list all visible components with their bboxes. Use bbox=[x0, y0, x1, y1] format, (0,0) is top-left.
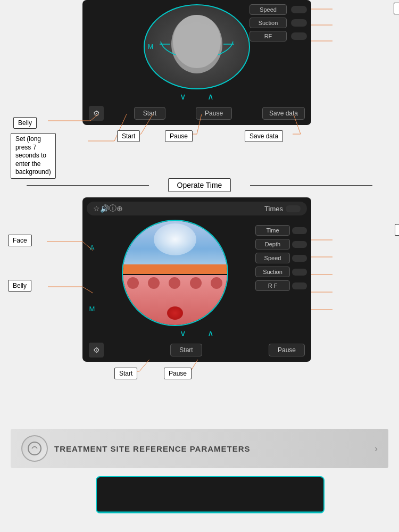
divider-1 bbox=[0, 162, 399, 178]
plus-circle-icon[interactable]: ⊕ bbox=[117, 204, 123, 213]
operate-time-section: Operate Time bbox=[11, 178, 388, 192]
star-icon[interactable]: ☆ bbox=[93, 204, 100, 213]
rf-toggle-bottom[interactable] bbox=[292, 282, 307, 289]
treatment-icon bbox=[21, 435, 48, 462]
svg-point-1 bbox=[173, 15, 221, 68]
ann-rf-right: RF bbox=[395, 224, 399, 236]
depth-btn[interactable]: Depth bbox=[255, 239, 290, 250]
time-ctrl-row: Time bbox=[255, 225, 307, 236]
pause-btn-bottom[interactable]: Pause bbox=[269, 344, 305, 356]
speed-toggle-bottom[interactable] bbox=[292, 255, 307, 262]
vis-orange-bar bbox=[123, 264, 227, 274]
svg-line-27 bbox=[139, 360, 152, 371]
side-label-m-top: M bbox=[148, 43, 153, 51]
depth-toggle[interactable] bbox=[292, 241, 307, 248]
speed-ctrl-row: Speed bbox=[255, 253, 307, 263]
bump-3 bbox=[169, 277, 180, 289]
operate-time-box: Operate Time bbox=[168, 178, 231, 192]
middle-section: Operate Time ☆ 🔊 ⓘ ⊕ Times A M bbox=[0, 178, 399, 397]
treatment-section: TREATMENT SITE REFERENCE PARAMETERS › bbox=[0, 429, 399, 468]
svg-line-14 bbox=[197, 114, 202, 134]
speed-btn-bottom[interactable]: Speed bbox=[255, 253, 290, 263]
bottom-device-panel bbox=[96, 476, 325, 513]
vis-bumps bbox=[123, 277, 227, 289]
vis-white-blob bbox=[154, 223, 196, 255]
ann-lines-bottom-top bbox=[0, 114, 399, 162]
side-letters: A M bbox=[87, 220, 97, 326]
time-toggle[interactable] bbox=[292, 227, 307, 234]
letter-a: A bbox=[90, 244, 95, 252]
right-controls-bottom: Time Depth Speed Suction bbox=[255, 225, 307, 326]
svg-line-8 bbox=[90, 114, 117, 121]
rf-btn-bottom[interactable]: R F bbox=[255, 280, 290, 291]
teal-bottom-line bbox=[97, 511, 323, 512]
rf-toggle-top[interactable] bbox=[291, 32, 307, 40]
ann-rf-top: RF bbox=[394, 3, 399, 14]
time-btn[interactable]: Time bbox=[255, 225, 290, 236]
info-icon[interactable]: ⓘ bbox=[109, 204, 117, 213]
bump-5 bbox=[211, 277, 222, 289]
start-btn-bottom[interactable]: Start bbox=[170, 344, 202, 356]
times-toggle[interactable] bbox=[286, 205, 301, 212]
suction-ctrl-row: Suction bbox=[255, 267, 307, 277]
speed-btn-top[interactable]: Speed bbox=[250, 4, 287, 15]
svg-point-30 bbox=[28, 442, 41, 455]
depth-ctrl-row: Depth bbox=[255, 239, 307, 250]
circle-visualization bbox=[122, 220, 228, 326]
suction-toggle-top[interactable] bbox=[291, 19, 307, 27]
letter-m: M bbox=[89, 305, 95, 313]
treatment-circle-svg bbox=[27, 440, 43, 456]
suction-btn-bottom[interactable]: Suction bbox=[255, 267, 290, 277]
bottom-bar-bottom: ⚙ Start Pause bbox=[87, 343, 307, 358]
chevron-up-bottom[interactable]: ∧ bbox=[207, 328, 214, 338]
rf-btn-top[interactable]: RF bbox=[250, 31, 287, 41]
chevron-down-bottom[interactable]: ∨ bbox=[180, 328, 186, 338]
svg-line-16 bbox=[293, 114, 301, 134]
top-icons-row: ☆ 🔊 ⓘ ⊕ Times bbox=[87, 202, 307, 215]
chevron-row-bottom: ∨ ∧ bbox=[87, 328, 307, 338]
face-visualization bbox=[160, 12, 234, 81]
rf-ctrl-row: R F bbox=[255, 280, 307, 291]
suction-toggle-bottom[interactable] bbox=[292, 269, 307, 276]
volume-icon[interactable]: 🔊 bbox=[100, 204, 109, 213]
svg-line-12 bbox=[141, 114, 154, 134]
times-label: Times bbox=[264, 205, 283, 213]
chevron-down-top[interactable]: ∨ bbox=[180, 92, 186, 102]
bump-2 bbox=[148, 277, 160, 289]
svg-line-29 bbox=[190, 360, 200, 371]
treatment-text: TREATMENT SITE REFERENCE PARAMETERS bbox=[54, 444, 251, 453]
bump-1 bbox=[127, 277, 139, 289]
vis-red-blob bbox=[167, 306, 183, 320]
ann-lines-start-pause bbox=[0, 360, 399, 397]
device-panel-bottom: ☆ 🔊 ⓘ ⊕ Times A M bbox=[82, 197, 311, 362]
top-section: M Speed Suction RF ∨ bbox=[0, 0, 399, 162]
chevron-row-top: ∨ ∧ bbox=[87, 92, 307, 102]
treatment-banner: TREATMENT SITE REFERENCE PARAMETERS › bbox=[11, 429, 388, 468]
treatment-arrow-icon: › bbox=[375, 443, 378, 454]
divider-2 bbox=[0, 397, 399, 408]
bump-4 bbox=[190, 277, 202, 289]
right-controls-top: Speed Suction RF bbox=[250, 4, 307, 41]
speed-toggle-top[interactable] bbox=[291, 6, 307, 13]
gear-icon-bottom[interactable]: ⚙ bbox=[89, 343, 104, 358]
suction-btn-top[interactable]: Suction bbox=[250, 18, 287, 28]
chevron-up-top[interactable]: ∧ bbox=[207, 92, 214, 102]
